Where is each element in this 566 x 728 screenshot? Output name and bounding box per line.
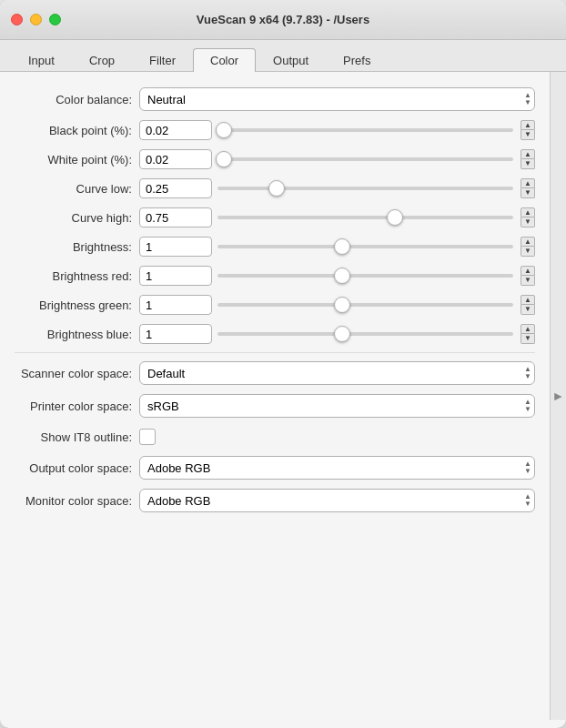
curve-high-increment[interactable]: ▲ [521, 207, 535, 217]
brightness-green-control: ▲ ▼ [139, 295, 535, 315]
output-color-space-label: Output color space: [7, 461, 139, 475]
brightness-red-label: Brightness red: [7, 269, 139, 283]
color-balance-select[interactable]: Neutral Auto levels None [139, 87, 535, 111]
brightness-green-increment[interactable]: ▲ [521, 295, 535, 305]
curve-low-decrement[interactable]: ▼ [521, 188, 535, 198]
brightness-input[interactable] [139, 237, 212, 257]
white-point-label: White point (%): [7, 153, 139, 167]
curve-high-slider-thumb[interactable] [387, 209, 403, 226]
brightness-slider-track[interactable] [217, 245, 513, 248]
curve-high-slider-container [217, 216, 513, 219]
brightness-label: Brightness: [7, 240, 139, 254]
black-point-control: ▲ ▼ [139, 120, 535, 140]
color-balance-select-wrapper: Neutral Auto levels None ▲ ▼ [139, 87, 535, 111]
minimize-button[interactable] [30, 14, 42, 25]
white-point-spinner: ▲ ▼ [521, 149, 535, 169]
white-point-slider-thumb[interactable] [216, 151, 232, 167]
window-title: VueScan 9 x64 (9.7.83) - /Users [197, 13, 369, 26]
brightness-blue-slider-container [217, 332, 513, 336]
white-point-input[interactable] [139, 149, 212, 169]
curve-high-spinner: ▲ ▼ [521, 207, 535, 228]
curve-low-spinner: ▲ ▼ [521, 178, 535, 198]
monitor-color-space-select[interactable]: Adobe RGB sRGB None [139, 489, 535, 512]
brightness-blue-label: Brightness blue: [7, 328, 139, 341]
black-point-input[interactable] [139, 120, 212, 140]
maximize-button[interactable] [49, 14, 61, 25]
brightness-decrement[interactable]: ▼ [521, 247, 535, 257]
brightness-green-label: Brightness green: [7, 298, 139, 312]
white-point-increment[interactable]: ▲ [521, 149, 535, 159]
tab-filter[interactable]: Filter [132, 48, 193, 72]
brightness-row: Brightness: ▲ ▼ [0, 232, 550, 261]
brightness-increment[interactable]: ▲ [521, 237, 535, 247]
brightness-red-slider-track[interactable] [217, 274, 513, 278]
close-button[interactable] [11, 14, 23, 25]
brightness-slider-container [217, 245, 513, 248]
brightness-red-decrement[interactable]: ▼ [521, 276, 535, 286]
tab-prefs[interactable]: Prefs [326, 48, 388, 72]
show-it8-checkbox[interactable] [139, 429, 156, 445]
curve-low-slider-thumb[interactable] [268, 180, 285, 197]
brightness-green-input[interactable] [139, 295, 212, 315]
brightness-blue-slider-thumb[interactable] [334, 326, 350, 342]
black-point-spinner: ▲ ▼ [521, 120, 535, 140]
brightness-blue-decrement[interactable]: ▼ [521, 334, 535, 344]
show-it8-label: Show IT8 outline: [7, 430, 139, 444]
printer-color-space-select[interactable]: sRGB Adobe RGB None [139, 394, 535, 418]
tab-input[interactable]: Input [11, 48, 72, 72]
brightness-green-slider-track[interactable] [217, 303, 513, 307]
black-point-slider-track[interactable] [217, 128, 513, 132]
curve-high-control: ▲ ▼ [139, 207, 535, 228]
brightness-blue-input[interactable] [139, 324, 212, 344]
curve-high-decrement[interactable]: ▼ [521, 217, 535, 228]
titlebar: VueScan 9 x64 (9.7.83) - /Users [0, 0, 566, 40]
curve-low-row: Curve low: ▲ ▼ [0, 174, 550, 203]
scanner-color-space-wrapper: Default sRGB Adobe RGB ▲ ▼ [139, 361, 535, 385]
tab-color[interactable]: Color [193, 48, 256, 72]
brightness-blue-control: ▲ ▼ [139, 324, 535, 344]
black-point-slider-thumb[interactable] [216, 122, 232, 138]
black-point-slider-container [217, 128, 513, 132]
brightness-red-row: Brightness red: ▲ ▼ [0, 261, 550, 290]
brightness-red-slider-container [217, 274, 513, 278]
white-point-decrement[interactable]: ▼ [521, 159, 535, 169]
white-point-row: White point (%): ▲ ▼ [0, 145, 550, 174]
curve-high-row: Curve high: ▲ ▼ [0, 203, 550, 232]
brightness-red-increment[interactable]: ▲ [521, 266, 535, 276]
tabs-bar: Input Crop Filter Color Output Prefs [0, 40, 566, 72]
black-point-label: Black point (%): [7, 124, 139, 137]
curve-high-input[interactable] [139, 207, 212, 228]
brightness-green-slider-container [217, 303, 513, 307]
brightness-red-input[interactable] [139, 266, 212, 286]
brightness-red-slider-thumb[interactable] [334, 268, 350, 284]
brightness-spinner: ▲ ▼ [521, 237, 535, 257]
monitor-color-space-label: Monitor color space: [7, 494, 139, 508]
brightness-green-slider-thumb[interactable] [334, 297, 350, 313]
curve-low-input[interactable] [139, 178, 212, 198]
curve-low-slider-track[interactable] [217, 187, 513, 190]
tab-output[interactable]: Output [256, 48, 326, 72]
tab-crop[interactable]: Crop [72, 48, 132, 72]
scanner-color-space-select[interactable]: Default sRGB Adobe RGB [139, 361, 535, 385]
brightness-blue-slider-track[interactable] [217, 332, 513, 336]
output-color-space-row: Output color space: Adobe RGB sRGB None … [0, 451, 550, 484]
output-color-space-select[interactable]: Adobe RGB sRGB None [139, 456, 535, 480]
white-point-slider-track[interactable] [217, 157, 513, 161]
printer-color-space-label: Printer color space: [7, 399, 139, 413]
brightness-blue-increment[interactable]: ▲ [521, 324, 535, 334]
brightness-control: ▲ ▼ [139, 237, 535, 257]
black-point-decrement[interactable]: ▼ [521, 130, 535, 140]
brightness-green-row: Brightness green: ▲ ▼ [0, 290, 550, 319]
brightness-slider-thumb[interactable] [334, 238, 350, 255]
brightness-green-decrement[interactable]: ▼ [521, 305, 535, 315]
brightness-blue-row: Brightness blue: ▲ ▼ [0, 319, 550, 349]
scroll-right-arrow[interactable]: ► [551, 389, 566, 403]
curve-low-increment[interactable]: ▲ [521, 178, 535, 188]
output-color-space-wrapper: Adobe RGB sRGB None ▲ ▼ [139, 456, 535, 480]
brightness-red-spinner: ▲ ▼ [521, 266, 535, 286]
curve-low-slider-container [217, 187, 513, 190]
brightness-red-control: ▲ ▼ [139, 266, 535, 286]
black-point-increment[interactable]: ▲ [521, 120, 535, 130]
white-point-slider-container [217, 157, 513, 161]
curve-high-slider-track[interactable] [217, 216, 513, 219]
